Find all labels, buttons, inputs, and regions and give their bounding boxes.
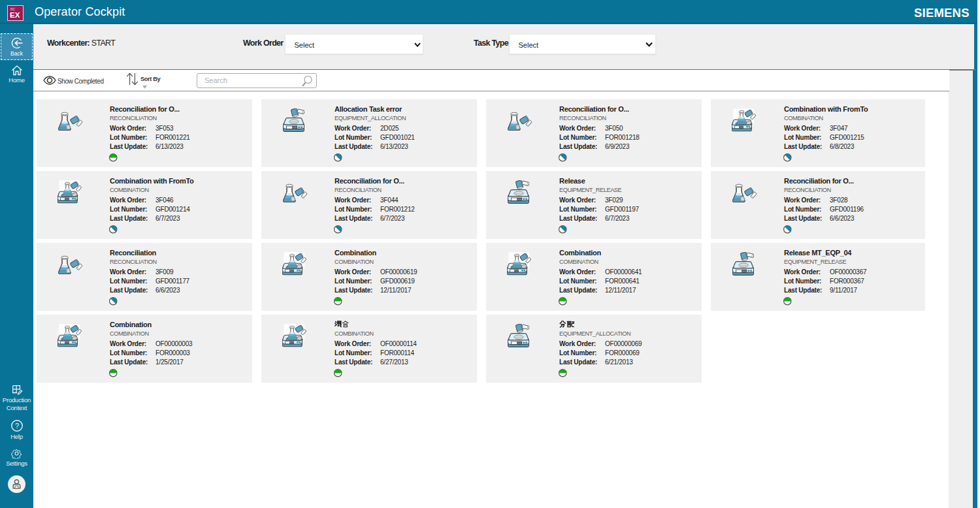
- svg-text:?: ?: [14, 422, 18, 430]
